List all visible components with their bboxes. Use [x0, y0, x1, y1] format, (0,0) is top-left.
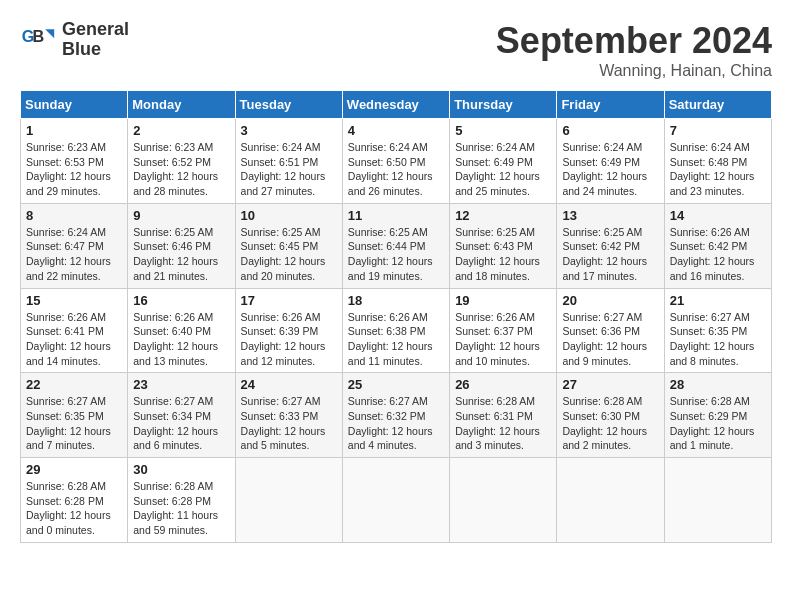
day-info: Sunrise: 6:23 AM Sunset: 6:52 PM Dayligh… — [133, 140, 229, 199]
day-info: Sunrise: 6:27 AM Sunset: 6:35 PM Dayligh… — [26, 394, 122, 453]
calendar-cell: 30Sunrise: 6:28 AM Sunset: 6:28 PM Dayli… — [128, 458, 235, 543]
day-number: 12 — [455, 208, 551, 223]
day-number: 22 — [26, 377, 122, 392]
week-row-4: 22Sunrise: 6:27 AM Sunset: 6:35 PM Dayli… — [21, 373, 772, 458]
month-title: September 2024 — [496, 20, 772, 62]
calendar-cell — [557, 458, 664, 543]
weekday-header-sunday: Sunday — [21, 91, 128, 119]
day-number: 8 — [26, 208, 122, 223]
day-info: Sunrise: 6:26 AM Sunset: 6:41 PM Dayligh… — [26, 310, 122, 369]
calendar-cell: 1Sunrise: 6:23 AM Sunset: 6:53 PM Daylig… — [21, 119, 128, 204]
calendar-cell: 15Sunrise: 6:26 AM Sunset: 6:41 PM Dayli… — [21, 288, 128, 373]
calendar-cell: 24Sunrise: 6:27 AM Sunset: 6:33 PM Dayli… — [235, 373, 342, 458]
calendar-cell: 16Sunrise: 6:26 AM Sunset: 6:40 PM Dayli… — [128, 288, 235, 373]
day-info: Sunrise: 6:25 AM Sunset: 6:45 PM Dayligh… — [241, 225, 337, 284]
day-info: Sunrise: 6:27 AM Sunset: 6:35 PM Dayligh… — [670, 310, 766, 369]
calendar-cell: 18Sunrise: 6:26 AM Sunset: 6:38 PM Dayli… — [342, 288, 449, 373]
calendar-cell — [450, 458, 557, 543]
day-number: 5 — [455, 123, 551, 138]
day-info: Sunrise: 6:24 AM Sunset: 6:49 PM Dayligh… — [562, 140, 658, 199]
day-info: Sunrise: 6:24 AM Sunset: 6:51 PM Dayligh… — [241, 140, 337, 199]
day-number: 13 — [562, 208, 658, 223]
day-info: Sunrise: 6:26 AM Sunset: 6:38 PM Dayligh… — [348, 310, 444, 369]
week-row-5: 29Sunrise: 6:28 AM Sunset: 6:28 PM Dayli… — [21, 458, 772, 543]
calendar-cell: 22Sunrise: 6:27 AM Sunset: 6:35 PM Dayli… — [21, 373, 128, 458]
day-info: Sunrise: 6:27 AM Sunset: 6:34 PM Dayligh… — [133, 394, 229, 453]
day-number: 29 — [26, 462, 122, 477]
day-info: Sunrise: 6:27 AM Sunset: 6:36 PM Dayligh… — [562, 310, 658, 369]
day-info: Sunrise: 6:25 AM Sunset: 6:44 PM Dayligh… — [348, 225, 444, 284]
calendar-cell: 21Sunrise: 6:27 AM Sunset: 6:35 PM Dayli… — [664, 288, 771, 373]
weekday-header-tuesday: Tuesday — [235, 91, 342, 119]
day-number: 24 — [241, 377, 337, 392]
day-number: 16 — [133, 293, 229, 308]
calendar-cell: 25Sunrise: 6:27 AM Sunset: 6:32 PM Dayli… — [342, 373, 449, 458]
day-number: 1 — [26, 123, 122, 138]
weekday-header-saturday: Saturday — [664, 91, 771, 119]
day-info: Sunrise: 6:28 AM Sunset: 6:28 PM Dayligh… — [26, 479, 122, 538]
calendar-cell: 11Sunrise: 6:25 AM Sunset: 6:44 PM Dayli… — [342, 203, 449, 288]
day-number: 2 — [133, 123, 229, 138]
logo-text: General Blue — [62, 20, 129, 60]
svg-text:B: B — [33, 27, 45, 45]
day-info: Sunrise: 6:28 AM Sunset: 6:29 PM Dayligh… — [670, 394, 766, 453]
calendar-cell — [664, 458, 771, 543]
calendar-cell: 9Sunrise: 6:25 AM Sunset: 6:46 PM Daylig… — [128, 203, 235, 288]
calendar-cell: 12Sunrise: 6:25 AM Sunset: 6:43 PM Dayli… — [450, 203, 557, 288]
calendar-cell: 8Sunrise: 6:24 AM Sunset: 6:47 PM Daylig… — [21, 203, 128, 288]
day-number: 20 — [562, 293, 658, 308]
weekday-header-thursday: Thursday — [450, 91, 557, 119]
day-number: 6 — [562, 123, 658, 138]
calendar-cell: 23Sunrise: 6:27 AM Sunset: 6:34 PM Dayli… — [128, 373, 235, 458]
location-title: Wanning, Hainan, China — [496, 62, 772, 80]
day-info: Sunrise: 6:27 AM Sunset: 6:32 PM Dayligh… — [348, 394, 444, 453]
day-number: 17 — [241, 293, 337, 308]
day-info: Sunrise: 6:25 AM Sunset: 6:43 PM Dayligh… — [455, 225, 551, 284]
day-number: 15 — [26, 293, 122, 308]
calendar-cell: 13Sunrise: 6:25 AM Sunset: 6:42 PM Dayli… — [557, 203, 664, 288]
day-info: Sunrise: 6:27 AM Sunset: 6:33 PM Dayligh… — [241, 394, 337, 453]
weekday-header-row: SundayMondayTuesdayWednesdayThursdayFrid… — [21, 91, 772, 119]
day-info: Sunrise: 6:28 AM Sunset: 6:30 PM Dayligh… — [562, 394, 658, 453]
day-number: 27 — [562, 377, 658, 392]
day-info: Sunrise: 6:26 AM Sunset: 6:37 PM Dayligh… — [455, 310, 551, 369]
day-info: Sunrise: 6:25 AM Sunset: 6:42 PM Dayligh… — [562, 225, 658, 284]
day-number: 14 — [670, 208, 766, 223]
weekday-header-wednesday: Wednesday — [342, 91, 449, 119]
title-area: September 2024 Wanning, Hainan, China — [496, 20, 772, 80]
day-number: 28 — [670, 377, 766, 392]
day-number: 10 — [241, 208, 337, 223]
calendar-cell: 19Sunrise: 6:26 AM Sunset: 6:37 PM Dayli… — [450, 288, 557, 373]
day-number: 25 — [348, 377, 444, 392]
calendar-cell: 7Sunrise: 6:24 AM Sunset: 6:48 PM Daylig… — [664, 119, 771, 204]
day-info: Sunrise: 6:26 AM Sunset: 6:40 PM Dayligh… — [133, 310, 229, 369]
calendar-cell: 20Sunrise: 6:27 AM Sunset: 6:36 PM Dayli… — [557, 288, 664, 373]
day-info: Sunrise: 6:26 AM Sunset: 6:39 PM Dayligh… — [241, 310, 337, 369]
calendar-cell: 10Sunrise: 6:25 AM Sunset: 6:45 PM Dayli… — [235, 203, 342, 288]
calendar-cell: 14Sunrise: 6:26 AM Sunset: 6:42 PM Dayli… — [664, 203, 771, 288]
day-number: 3 — [241, 123, 337, 138]
day-info: Sunrise: 6:25 AM Sunset: 6:46 PM Dayligh… — [133, 225, 229, 284]
calendar-cell: 2Sunrise: 6:23 AM Sunset: 6:52 PM Daylig… — [128, 119, 235, 204]
logo: G B General Blue — [20, 20, 129, 60]
day-number: 7 — [670, 123, 766, 138]
day-info: Sunrise: 6:24 AM Sunset: 6:48 PM Dayligh… — [670, 140, 766, 199]
week-row-1: 1Sunrise: 6:23 AM Sunset: 6:53 PM Daylig… — [21, 119, 772, 204]
calendar-cell — [342, 458, 449, 543]
day-info: Sunrise: 6:24 AM Sunset: 6:47 PM Dayligh… — [26, 225, 122, 284]
day-info: Sunrise: 6:24 AM Sunset: 6:49 PM Dayligh… — [455, 140, 551, 199]
day-number: 4 — [348, 123, 444, 138]
calendar-cell: 29Sunrise: 6:28 AM Sunset: 6:28 PM Dayli… — [21, 458, 128, 543]
calendar-cell: 27Sunrise: 6:28 AM Sunset: 6:30 PM Dayli… — [557, 373, 664, 458]
day-number: 19 — [455, 293, 551, 308]
day-number: 21 — [670, 293, 766, 308]
day-info: Sunrise: 6:28 AM Sunset: 6:31 PM Dayligh… — [455, 394, 551, 453]
day-number: 30 — [133, 462, 229, 477]
calendar-cell: 3Sunrise: 6:24 AM Sunset: 6:51 PM Daylig… — [235, 119, 342, 204]
week-row-2: 8Sunrise: 6:24 AM Sunset: 6:47 PM Daylig… — [21, 203, 772, 288]
day-info: Sunrise: 6:24 AM Sunset: 6:50 PM Dayligh… — [348, 140, 444, 199]
week-row-3: 15Sunrise: 6:26 AM Sunset: 6:41 PM Dayli… — [21, 288, 772, 373]
calendar-cell: 5Sunrise: 6:24 AM Sunset: 6:49 PM Daylig… — [450, 119, 557, 204]
day-number: 11 — [348, 208, 444, 223]
calendar-cell: 26Sunrise: 6:28 AM Sunset: 6:31 PM Dayli… — [450, 373, 557, 458]
